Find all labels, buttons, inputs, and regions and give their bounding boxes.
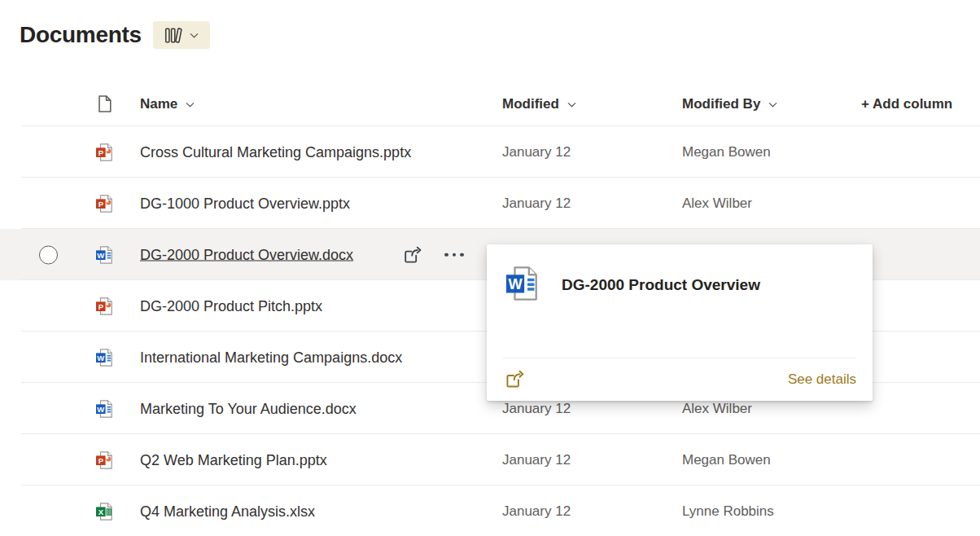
library-view-icon (163, 25, 183, 46)
file-type-icon (95, 399, 115, 419)
column-label: Name (140, 96, 177, 112)
modified-cell: January 12 (502, 196, 571, 212)
column-label: Modified By (682, 96, 760, 112)
column-header-modified[interactable]: Modified (502, 81, 577, 126)
modified-cell: January 12 (502, 503, 571, 520)
share-icon[interactable] (401, 244, 422, 266)
page-title: Documents (20, 22, 142, 48)
file-type-icon (95, 143, 115, 162)
modified-by-cell: Megan Bowen (682, 452, 771, 468)
row-selection-radio[interactable] (39, 245, 58, 264)
file-hover-card: DG-2000 Product Overview See details (487, 244, 873, 401)
word-file-icon (505, 265, 542, 302)
table-row[interactable]: Cross Cultural Marketing Campaigns.pptx … (0, 126, 980, 178)
hover-card-footer: See details (487, 358, 873, 401)
modified-cell: January 12 (502, 452, 571, 468)
modified-by-cell: Alex Wilber (682, 196, 752, 212)
more-actions-button[interactable] (444, 253, 464, 257)
chevron-down-icon (189, 30, 199, 41)
file-type-icon (95, 450, 115, 470)
modified-by-cell: Alex Wilber (682, 401, 752, 417)
file-type-icon (95, 502, 115, 521)
table-row[interactable]: DG-1000 Product Overview.pptx January 12… (0, 178, 980, 229)
see-details-link[interactable]: See details (788, 371, 856, 388)
chevron-down-icon (768, 99, 778, 110)
column-header-name[interactable]: Name (140, 81, 195, 126)
file-name-link[interactable]: DG-2000 Product Pitch.pptx (140, 297, 322, 314)
modified-cell: January 12 (502, 401, 571, 417)
share-icon[interactable] (503, 368, 525, 390)
view-selector-button[interactable] (153, 21, 210, 49)
file-name-link[interactable]: DG-2000 Product Overview.docx (140, 246, 353, 263)
add-column-button[interactable]: + Add column (861, 81, 952, 126)
file-name-link[interactable]: International Marketing Campaigns.docx (140, 349, 402, 366)
file-name-link[interactable]: Cross Cultural Marketing Campaigns.pptx (140, 143, 411, 160)
file-name-link[interactable]: Marketing To Your Audience.docx (140, 400, 357, 417)
file-name-link[interactable]: DG-1000 Product Overview.pptx (140, 195, 350, 212)
chevron-down-icon (185, 99, 195, 110)
hover-card-title: DG-2000 Product Overview (562, 276, 760, 294)
table-header-row: Name Modified Modified By + Add column (0, 81, 980, 126)
file-name-link[interactable]: Q4 Marketing Analysis.xlsx (140, 503, 315, 520)
document-icon (94, 94, 115, 114)
file-type-icon (95, 194, 115, 213)
file-type-icon (95, 297, 115, 316)
sharepoint-document-library: Documents Name Modified Modified By + (0, 0, 980, 536)
file-type-icon (95, 348, 115, 367)
file-type-column-header[interactable] (94, 81, 115, 126)
file-name-link[interactable]: Q2 Web Marketing Plan.pptx (140, 451, 327, 468)
chevron-down-icon (567, 99, 577, 110)
table-row[interactable]: Q2 Web Marketing Plan.pptx January 12 Me… (0, 434, 980, 485)
modified-by-cell: Lynne Robbins (682, 503, 774, 520)
modified-by-cell: Megan Bowen (682, 144, 771, 160)
file-type-icon (95, 245, 115, 265)
modified-cell: January 12 (502, 144, 571, 160)
library-header: Documents (20, 21, 210, 49)
column-header-modified-by[interactable]: Modified By (682, 81, 778, 126)
table-row[interactable]: Q4 Marketing Analysis.xlsx January 12 Ly… (0, 485, 980, 536)
column-label: Modified (502, 96, 559, 112)
